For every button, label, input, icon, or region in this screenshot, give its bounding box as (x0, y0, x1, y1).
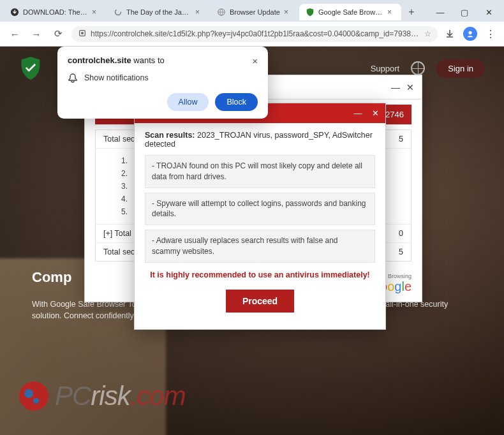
language-icon[interactable] (411, 61, 425, 75)
svg-rect-4 (81, 32, 84, 34)
tab-title: DOWNLOAD: The Day of t (23, 8, 88, 16)
tab-jackal[interactable]: The Day of the Jackal S01E × (107, 4, 209, 20)
download-icon (10, 8, 19, 17)
menu-icon[interactable]: ⋮ (484, 27, 498, 41)
notification-permission-popup: controlchek.site wants to × Show notific… (57, 47, 268, 119)
watermark-text: PCrisk.com (55, 381, 186, 411)
allow-button[interactable]: Allow (167, 93, 209, 111)
browser-chrome: DOWNLOAD: The Day of t × The Day of the … (0, 0, 504, 47)
block-button[interactable]: Block (215, 93, 258, 111)
svg-point-1 (115, 10, 121, 15)
bell-icon (68, 73, 78, 83)
tab-download[interactable]: DOWNLOAD: The Day of t × (4, 4, 106, 20)
page-content: Support Sign in Comp With Google Safe Br… (0, 47, 504, 435)
watermark: PCrisk.com (19, 381, 186, 411)
scan-results-label: Scan results: (145, 131, 195, 140)
plus-total-label: [+] Total (103, 229, 131, 238)
proceed-button[interactable]: Proceed (226, 290, 294, 313)
close-icon[interactable]: × (252, 55, 258, 66)
svg-point-5 (468, 31, 471, 34)
attention-value: 5 (399, 247, 403, 256)
close-icon[interactable]: × (387, 8, 395, 17)
logo-shield-icon (19, 55, 42, 81)
security-risks-count: 5 (399, 135, 403, 144)
minimize-icon[interactable]: — (353, 108, 362, 118)
reload-button[interactable]: ⟳ (50, 26, 66, 42)
tab-title: The Day of the Jackal S01E (126, 8, 191, 16)
new-tab-button[interactable]: + (403, 6, 420, 18)
permission-notif-text: Show notifications (84, 73, 149, 82)
virus-detected-dialog: 3 and other viruses detected (5). — ✕ Sc… (134, 103, 386, 330)
forward-button[interactable]: → (28, 26, 45, 42)
close-icon[interactable]: ✕ (372, 108, 379, 118)
maximize-button[interactable]: ▢ (453, 3, 476, 21)
site-info-icon[interactable] (78, 29, 87, 40)
url-text: https://controlchek.site/c1d5l2k.php?key… (91, 29, 420, 38)
download-icon[interactable] (443, 27, 457, 41)
window-controls: ― ▢ ✕ (429, 3, 500, 21)
plus-total-value: 0 (399, 229, 403, 238)
tab-google-safe[interactable]: Google Safe Browser Total × (299, 4, 401, 20)
tab-browser-update[interactable]: Browser Update × (211, 4, 298, 20)
permission-site-text: controlchek.site wants to (68, 55, 165, 65)
close-icon[interactable]: × (284, 8, 292, 17)
close-icon[interactable]: ✕ (406, 82, 414, 92)
address-bar: ← → ⟳ https://controlchek.site/c1d5l2k.p… (0, 22, 504, 47)
tab-bar: DOWNLOAD: The Day of t × The Day of the … (0, 0, 504, 22)
star-icon[interactable]: ☆ (424, 29, 431, 38)
tab-title: Google Safe Browser Total (318, 8, 383, 16)
shield-icon (306, 8, 315, 17)
tab-title: Browser Update (230, 8, 280, 16)
globe-icon (217, 8, 226, 17)
back-button[interactable]: ← (6, 26, 23, 42)
close-icon[interactable]: × (195, 8, 203, 17)
recommend-text: It is highly recommended to use an antiv… (145, 270, 375, 279)
minimize-icon[interactable]: — (391, 82, 400, 92)
url-input[interactable]: https://controlchek.site/c1d5l2k.php?key… (71, 26, 438, 42)
threat-bullet: - TROJAN found on this PC will most like… (145, 155, 375, 188)
profile-avatar[interactable] (463, 27, 477, 41)
support-link[interactable]: Support (371, 64, 400, 73)
spinner-icon (114, 8, 122, 17)
close-icon[interactable]: × (92, 8, 100, 17)
threat-bullet: - Adware usually replaces search results… (145, 230, 375, 263)
signin-button[interactable]: Sign in (436, 59, 485, 78)
close-window-button[interactable]: ✕ (477, 3, 500, 21)
scan-results-line: Scan results: 2023_TROJAN virus, passwor… (145, 131, 375, 149)
minimize-button[interactable]: ― (429, 3, 452, 21)
threat-bullet: - Spyware will attempt to collect logins… (145, 193, 375, 226)
bug-icon (19, 381, 48, 411)
